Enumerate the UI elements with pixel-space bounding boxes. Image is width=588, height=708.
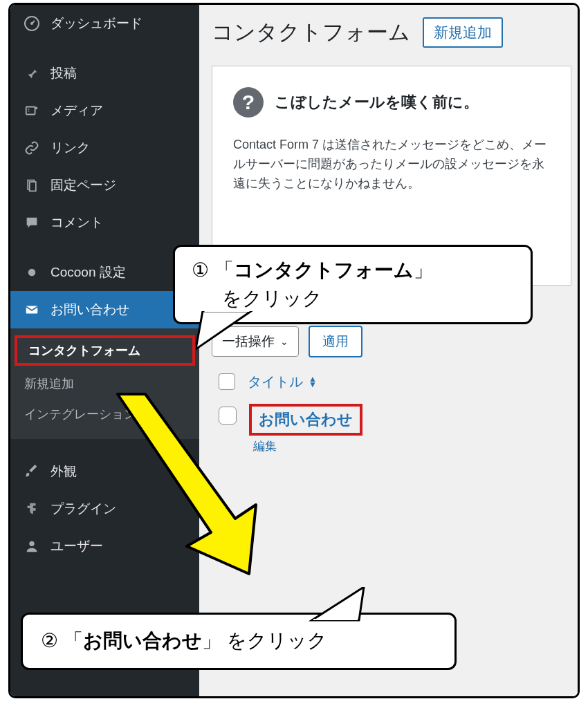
page-header: コンタクトフォーム 新規追加 <box>212 17 578 48</box>
sidebar-item-label: ダッシュボード <box>50 15 143 32</box>
svg-marker-9 <box>196 311 251 349</box>
speech-tail-icon <box>305 587 367 622</box>
sort-icon: ▲▼ <box>309 376 317 387</box>
link-icon <box>23 139 41 157</box>
callout-text: をクリック <box>222 285 322 313</box>
annotation-callout-2: ② 「お問い合わせ」 をクリック <box>21 613 457 670</box>
callout-text: 「 <box>214 259 234 281</box>
svg-point-3 <box>35 107 38 110</box>
callout-bold: コンタクトフォーム <box>234 259 414 281</box>
notice-title: こぼしたメールを嘆く前に。 <box>275 92 479 113</box>
bulk-actions-row: 一括操作 ⌄ 適用 <box>212 326 578 357</box>
callout-number: ① <box>192 257 209 285</box>
plugin-icon <box>23 500 41 518</box>
add-new-button[interactable]: 新規追加 <box>423 17 503 48</box>
svg-point-1 <box>30 22 33 25</box>
dashboard-icon <box>23 15 41 32</box>
sidebar-item-label: リンク <box>50 139 90 157</box>
page-icon <box>23 176 41 194</box>
svg-point-8 <box>29 541 34 546</box>
subitem-label: 新規追加 <box>24 377 74 391</box>
subitem-label: コンタクトフォーム <box>28 344 140 357</box>
sidebar-item-posts[interactable]: 投稿 <box>10 55 199 92</box>
sidebar-item-label: 投稿 <box>50 64 77 82</box>
sidebar-item-label: コメント <box>50 214 103 232</box>
sidebar-item-label: Cocoon 設定 <box>50 263 126 281</box>
notice-header: ? こぼしたメールを嘆く前に。 <box>233 87 555 118</box>
sidebar-item-cocoon[interactable]: Cocoon 設定 <box>10 254 199 291</box>
sidebar-item-comments[interactable]: コメント <box>10 204 199 241</box>
callout-text: 」 <box>414 259 433 281</box>
mail-icon <box>23 301 41 319</box>
sidebar-item-media[interactable]: メディア <box>10 92 199 129</box>
svg-rect-2 <box>26 107 35 115</box>
speech-tail-icon <box>196 311 258 353</box>
svg-rect-5 <box>30 182 36 191</box>
apply-button[interactable]: 適用 <box>309 326 362 357</box>
question-icon: ? <box>233 87 264 118</box>
notice-body: Contact Form 7 は送信されたメッセージをどこめ、メールサーバーに問… <box>233 136 555 194</box>
sidebar-item-label: お問い合わせ <box>50 301 129 319</box>
callout-text: 」 <box>202 630 221 651</box>
sidebar-item-label: 外観 <box>50 463 77 481</box>
page-title: コンタクトフォーム <box>212 18 410 47</box>
dot-icon <box>23 263 41 281</box>
sidebar-item-links[interactable]: リンク <box>10 129 199 167</box>
chevron-down-icon: ⌄ <box>280 336 288 347</box>
svg-marker-13 <box>313 619 358 620</box>
svg-marker-10 <box>204 311 250 312</box>
sidebar-item-contact[interactable]: お問い合わせ <box>10 291 199 328</box>
callout-text: をクリック <box>227 630 327 651</box>
comment-icon <box>23 214 41 232</box>
sidebar-item-pages[interactable]: 固定ページ <box>10 167 199 204</box>
callout-text: 「 <box>64 630 83 651</box>
sidebar-item-label: ユーザー <box>50 537 103 555</box>
annotation-arrow-icon <box>97 387 277 595</box>
media-icon <box>23 102 41 120</box>
user-icon <box>23 537 41 555</box>
callout-bold: お問い合わせ <box>83 630 202 651</box>
svg-point-6 <box>28 269 36 277</box>
callout-number: ② <box>41 627 58 655</box>
app-frame: ダッシュボード 投稿 メディア リンク 固定ページ <box>8 3 580 698</box>
svg-marker-11 <box>118 394 256 574</box>
sidebar-item-dashboard[interactable]: ダッシュボード <box>10 5 199 42</box>
annotation-callout-1: ① 「コンタクトフォーム」 をクリック <box>173 245 533 324</box>
sidebar-item-label: 固定ページ <box>50 176 116 194</box>
pin-icon <box>23 64 41 82</box>
brush-icon <box>23 463 41 481</box>
subitem-contact-forms[interactable]: コンタクトフォーム <box>15 335 195 366</box>
sidebar-item-label: メディア <box>50 102 103 120</box>
svg-marker-12 <box>312 587 364 620</box>
